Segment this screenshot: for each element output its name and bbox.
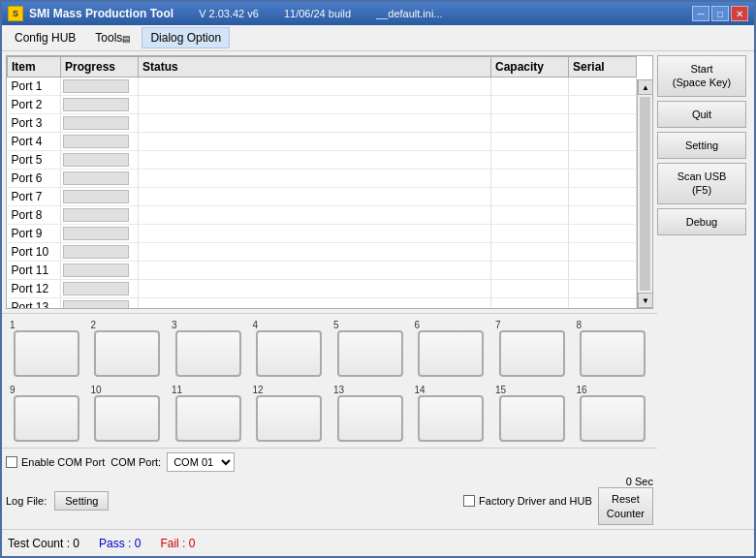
- port-number-15: 15: [495, 385, 506, 395]
- scroll-left-arrow[interactable]: ◄: [7, 309, 22, 310]
- right-panel: Start(Space Key) Quit Setting Scan USB(F…: [657, 51, 754, 529]
- port-item-9[interactable]: 9: [8, 385, 85, 442]
- cell-capacity: [491, 262, 569, 280]
- port-item-8[interactable]: 8: [575, 320, 652, 377]
- enable-com-port-label[interactable]: Enable COM Port: [6, 456, 105, 468]
- port-box-7[interactable]: [499, 330, 565, 377]
- scroll-down-arrow[interactable]: ▼: [638, 293, 652, 308]
- table-body: Port 1 Port 2 Port 3 Port 4: [8, 78, 637, 309]
- scroll-up-arrow[interactable]: ▲: [638, 79, 652, 95]
- progress-bar: [63, 208, 129, 222]
- progress-bar: [63, 98, 129, 111]
- menu-dialog-option[interactable]: Dialog Option: [142, 27, 230, 48]
- quit-button[interactable]: Quit: [657, 101, 746, 128]
- port-box-15[interactable]: [499, 395, 565, 442]
- port-item-3[interactable]: 3: [170, 320, 247, 377]
- port-box-6[interactable]: [418, 330, 484, 377]
- progress-bar: [63, 153, 129, 167]
- scroll-thumb[interactable]: [640, 97, 650, 291]
- port-box-2[interactable]: [94, 330, 160, 377]
- port-box-5[interactable]: [337, 330, 403, 377]
- cell-status: [139, 188, 491, 206]
- port-item-16[interactable]: 16: [575, 385, 652, 442]
- cell-status: [139, 298, 491, 309]
- port-box-8[interactable]: [580, 330, 646, 377]
- table-header-row: Item Progress Status Capacity Serial: [8, 57, 637, 78]
- app-title: SMI Mass Production Tool: [29, 7, 173, 20]
- enable-com-port-checkbox[interactable]: [6, 456, 17, 468]
- port-item-1[interactable]: 1: [8, 320, 85, 377]
- restore-button[interactable]: □: [711, 6, 729, 21]
- progress-bar: [63, 300, 129, 308]
- port-box-11[interactable]: [175, 395, 241, 442]
- horizontal-scrollbar[interactable]: ◄ ►: [7, 308, 652, 309]
- port-item-15[interactable]: 15: [493, 385, 571, 442]
- main-content: Item Progress Status Capacity Serial Por…: [2, 51, 754, 529]
- menu-tools[interactable]: Tools▤: [86, 27, 140, 48]
- setting-button[interactable]: Setting: [54, 491, 109, 511]
- port-box-3[interactable]: [175, 330, 241, 377]
- table-row: Port 6: [8, 170, 637, 188]
- cell-serial: [569, 151, 637, 170]
- com-port-select[interactable]: COM 01: [167, 452, 235, 472]
- port-number-12: 12: [253, 385, 264, 395]
- port-box-10[interactable]: [94, 395, 160, 442]
- scroll-right-arrow[interactable]: ►: [637, 309, 652, 310]
- port-box-1[interactable]: [14, 330, 79, 377]
- time-label: 0 Sec: [626, 476, 653, 487]
- hscroll-track[interactable]: [22, 309, 637, 310]
- progress-bar: [63, 190, 129, 203]
- port-grid-section: 1 2 3 4 5 6 7 8: [2, 313, 657, 448]
- cell-capacity: [491, 225, 569, 243]
- port-box-9[interactable]: [14, 395, 79, 442]
- com-port-label: COM Port:: [110, 456, 161, 468]
- port-box-12[interactable]: [256, 395, 322, 442]
- port-grid-row1: 1 2 3 4 5 6 7 8: [6, 316, 653, 381]
- port-item-2[interactable]: 2: [89, 320, 167, 377]
- progress-bar: [63, 245, 129, 259]
- cell-item: Port 5: [8, 151, 61, 170]
- port-item-14[interactable]: 14: [413, 385, 490, 442]
- vertical-scrollbar[interactable]: ▲ ▼: [637, 79, 652, 308]
- port-box-13[interactable]: [337, 395, 403, 442]
- cell-capacity: [491, 114, 569, 133]
- port-number-8: 8: [577, 320, 583, 330]
- table-row: Port 4: [8, 133, 637, 151]
- port-item-12[interactable]: 12: [251, 385, 329, 442]
- cell-capacity: [491, 151, 569, 170]
- table-row: Port 11: [8, 262, 637, 280]
- bottom-row: Log File: Setting Factory Driver and HUB…: [6, 476, 653, 525]
- fail-count: Fail : 0: [160, 537, 195, 550]
- cell-item: Port 13: [8, 298, 61, 309]
- port-item-7[interactable]: 7: [493, 320, 571, 377]
- port-box-14[interactable]: [418, 395, 484, 442]
- setting-action-button[interactable]: Setting: [657, 132, 746, 159]
- reset-counter-button[interactable]: ResetCounter: [598, 487, 653, 525]
- port-number-13: 13: [333, 385, 344, 395]
- close-button[interactable]: ✕: [731, 6, 748, 21]
- minimize-button[interactable]: ─: [692, 6, 709, 21]
- port-item-10[interactable]: 10: [89, 385, 167, 442]
- menu-config-hub[interactable]: Config HUB: [6, 27, 84, 48]
- cell-progress: [61, 188, 139, 206]
- debug-button[interactable]: Debug: [657, 208, 746, 235]
- port-item-4[interactable]: 4: [251, 320, 329, 377]
- cell-capacity: [491, 280, 569, 298]
- factory-driver-checkbox[interactable]: [463, 495, 475, 507]
- cell-item: Port 12: [8, 280, 61, 298]
- port-item-11[interactable]: 11: [170, 385, 247, 442]
- port-box-16[interactable]: [580, 395, 646, 442]
- cell-progress: [61, 96, 139, 114]
- port-item-13[interactable]: 13: [331, 385, 409, 442]
- port-item-6[interactable]: 6: [413, 320, 490, 377]
- col-item: Item: [8, 57, 61, 78]
- port-item-5[interactable]: 5: [331, 320, 409, 377]
- start-button[interactable]: Start(Space Key): [657, 55, 746, 97]
- cell-progress: [61, 280, 139, 298]
- cell-serial: [569, 262, 637, 280]
- log-file-label: Log File:: [6, 495, 47, 507]
- port-box-4[interactable]: [256, 330, 322, 377]
- scan-usb-button[interactable]: Scan USB(F5): [657, 163, 746, 204]
- cell-serial: [569, 188, 637, 206]
- app-icon: S: [8, 6, 23, 21]
